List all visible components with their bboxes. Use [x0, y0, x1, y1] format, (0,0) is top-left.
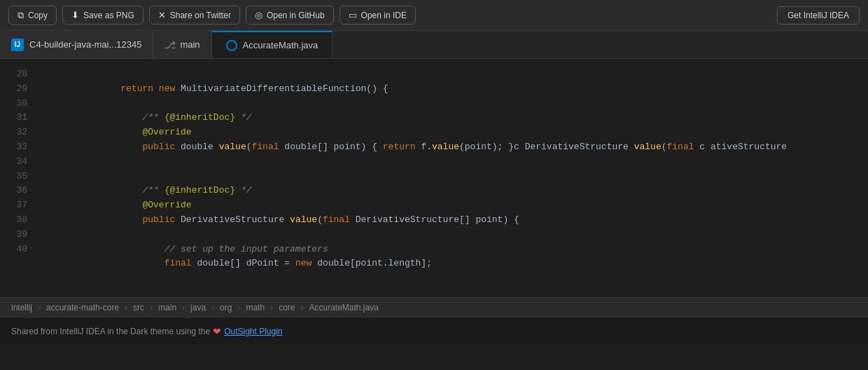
- breadcrumb-file: AccurateMath.java: [309, 303, 378, 313]
- code-content: return new MultivariateDifferentiableFun…: [38, 59, 868, 297]
- line-num-38: 38: [0, 213, 27, 228]
- line-num-33: 33: [0, 140, 27, 155]
- sep-1: ›: [38, 303, 41, 313]
- branch-name: main: [180, 39, 200, 50]
- download-icon: ⬇: [71, 10, 79, 20]
- get-intellij-button[interactable]: Get IntelliJ IDEA: [777, 6, 860, 25]
- file-circle-icon: [226, 40, 237, 51]
- sep-7: ›: [270, 303, 273, 313]
- footer-text: Shared from IntelliJ IDEA in the Dark th…: [11, 327, 210, 336]
- status-bar: intellij › accurate-math-core › src › ma…: [0, 297, 868, 317]
- share-twitter-button[interactable]: ✕ Share on Twitter: [149, 6, 240, 25]
- file-name: AccurateMath.java: [243, 40, 318, 50]
- sep-5: ›: [211, 303, 214, 313]
- line-num-28: 28: [0, 67, 27, 82]
- line-num-34: 34: [0, 155, 27, 170]
- line-numbers: 28 29 30 31 32 33 34 35 36 37 38 39 40: [0, 59, 38, 297]
- heart-icon: ❤: [213, 326, 221, 337]
- project-name: C4-builder-java-mai...12345: [29, 39, 141, 50]
- code-line-35: /** {@inheritDoc} */: [38, 170, 868, 184]
- share-twitter-label: Share on Twitter: [170, 11, 231, 20]
- line-num-40: 40: [0, 242, 27, 257]
- outsight-plugin-link[interactable]: OutSight Plugin: [224, 327, 282, 336]
- line-num-37: 37: [0, 198, 27, 213]
- sep-2: ›: [125, 303, 127, 313]
- ide-icon: ▭: [349, 10, 357, 20]
- save-png-button[interactable]: ⬇ Save as PNG: [62, 6, 144, 25]
- breadcrumb-src: src: [133, 303, 144, 313]
- line-num-39: 39: [0, 228, 27, 242]
- sep-8: ›: [300, 303, 303, 313]
- breadcrumb-accurate-math-core: accurate-math-core: [46, 303, 119, 313]
- code-line-28: return new MultivariateDifferentiableFun…: [38, 67, 868, 82]
- breadcrumb-core: core: [279, 303, 295, 313]
- open-ide-button[interactable]: ▭ Open in IDE: [340, 6, 416, 25]
- code-line-34: [38, 155, 868, 170]
- code-line-30: /** {@inheritDoc} */: [38, 97, 868, 111]
- line-num-30: 30: [0, 97, 27, 111]
- twitter-icon: ✕: [158, 10, 166, 20]
- breadcrumb-main: main: [158, 303, 176, 313]
- branch-icon: ⎇: [164, 39, 176, 50]
- copy-button[interactable]: ⧉ Copy: [8, 6, 57, 25]
- sep-6: ›: [237, 303, 240, 313]
- sep-3: ›: [150, 303, 153, 313]
- line-num-31: 31: [0, 111, 27, 125]
- file-tab[interactable]: AccurateMath.java: [212, 31, 333, 58]
- footer: Shared from IntelliJ IDEA in the Dark th…: [0, 317, 868, 345]
- code-area: 28 29 30 31 32 33 34 35 36 37 38 39 40 r…: [0, 59, 868, 297]
- open-ide-label: Open in IDE: [361, 11, 407, 20]
- breadcrumb-java: java: [190, 303, 206, 313]
- sep-4: ›: [182, 303, 185, 313]
- line-num-29: 29: [0, 82, 27, 97]
- project-tab[interactable]: IJ C4-builder-java-mai...12345: [0, 31, 153, 58]
- line-num-35: 35: [0, 170, 27, 184]
- copy-icon: ⧉: [18, 10, 24, 21]
- breadcrumb-math: math: [246, 303, 265, 313]
- breadcrumb-org: org: [220, 303, 232, 313]
- copy-label: Copy: [28, 11, 48, 20]
- toolbar: ⧉ Copy ⬇ Save as PNG ✕ Share on Twitter …: [0, 0, 868, 31]
- code-line-39: // set up the input parameters: [38, 228, 868, 242]
- get-intellij-label: Get IntelliJ IDEA: [788, 11, 849, 20]
- project-icon: IJ: [11, 39, 24, 51]
- tab-bar: IJ C4-builder-java-mai...12345 ⎇ main Ac…: [0, 31, 868, 59]
- line-num-36: 36: [0, 184, 27, 198]
- open-github-button[interactable]: ◎ Open in GitHub: [246, 6, 334, 25]
- save-png-label: Save as PNG: [83, 11, 134, 20]
- open-github-label: Open in GitHub: [267, 11, 325, 20]
- line-num-32: 32: [0, 125, 27, 140]
- github-icon: ◎: [255, 10, 262, 20]
- breadcrumb-intellij: intellij: [11, 303, 32, 313]
- branch-tab[interactable]: ⎇ main: [153, 31, 211, 58]
